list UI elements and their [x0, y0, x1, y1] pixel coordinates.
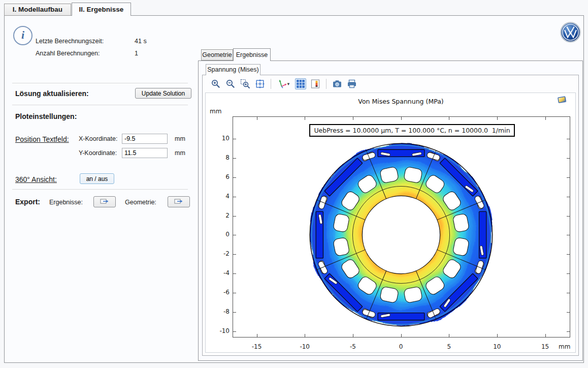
x-tick	[353, 117, 353, 120]
color-legend-icon	[310, 79, 320, 89]
plot-toolbar: ▼	[206, 77, 357, 91]
tab-modellaufbau[interactable]: I. Modellaufbau	[4, 4, 71, 16]
snapshot-button[interactable]	[332, 78, 343, 89]
zoom-out-button[interactable]	[225, 78, 236, 89]
app-window: I. Modellaufbau II. Ergebnisse i Letzte …	[0, 0, 588, 368]
y-tick-label: 4	[211, 193, 230, 200]
update-solution-button[interactable]: Update Solution	[135, 88, 191, 99]
y-coordinate-unit: mm	[175, 149, 185, 157]
y-tick-label: -2	[211, 250, 230, 257]
y-tick	[567, 312, 570, 313]
y-tick-label: 10	[211, 135, 230, 142]
camera-icon	[332, 79, 342, 89]
y-tick	[233, 216, 236, 217]
y-tick	[233, 177, 236, 178]
y-tick	[233, 331, 236, 332]
x-tick	[497, 117, 498, 120]
x-tick-label: 15	[538, 343, 553, 350]
vw-logo	[560, 22, 581, 43]
y-tick	[567, 158, 570, 159]
default-view-button[interactable]: ▼	[276, 78, 291, 89]
view-360-label: 360° Ansicht:	[15, 175, 57, 183]
y-tick	[567, 273, 570, 274]
last-computation-time-label: Letzte Berechnungszeit:	[36, 38, 104, 45]
zoom-box-button[interactable]	[240, 78, 251, 89]
x-tick	[545, 117, 546, 120]
zoom-out-icon	[225, 79, 236, 89]
zoom-in-button[interactable]	[210, 78, 221, 89]
divider	[12, 105, 188, 105]
y-tick	[233, 273, 236, 274]
export-icon	[174, 198, 183, 205]
y-tick	[233, 254, 236, 255]
x-tick	[257, 334, 257, 337]
export-icon	[100, 198, 109, 205]
x-tick	[305, 334, 305, 337]
y-coordinate-input[interactable]	[122, 148, 168, 158]
grid-toggle-button[interactable]	[295, 78, 306, 89]
y-axis-unit: mm	[210, 108, 221, 115]
tab-spannung-mises[interactable]: Spannung (Mises)	[206, 64, 260, 75]
export-geometry-button[interactable]	[168, 196, 190, 207]
export-geometry-label: Geometrie:	[125, 199, 156, 206]
x-tick	[353, 334, 353, 337]
x-tick	[305, 117, 305, 120]
y-tick	[233, 235, 236, 235]
x-tick	[401, 334, 402, 337]
y-coordinate-label: Y-Koordinate:	[79, 149, 117, 157]
toolbar-separator	[326, 79, 326, 89]
print-button[interactable]	[346, 78, 357, 89]
divider	[12, 83, 188, 83]
plot-annotation: UebPress = 10.0000 μm, T = 100.000 °C, n…	[309, 124, 515, 137]
y-tick	[567, 216, 570, 217]
y-tick	[567, 293, 570, 293]
tab-ergebnisse[interactable]: II. Ergebnisse	[72, 3, 131, 16]
plot-settings-heading: Ploteinstellungen:	[15, 112, 77, 120]
tab-ergebnisse-plot[interactable]: Ergebnisse	[233, 48, 271, 61]
view-360-toggle-button[interactable]: an / aus	[80, 173, 114, 184]
y-tick-label: -4	[211, 269, 230, 277]
x-coordinate-input[interactable]	[122, 134, 168, 144]
update-solution-heading: Lösung aktualisieren:	[15, 89, 89, 98]
tab-geometrie[interactable]: Geometrie	[201, 49, 233, 60]
x-tick	[449, 117, 449, 120]
grid-icon	[296, 79, 305, 88]
y-tick-label: -10	[211, 327, 230, 334]
printer-icon	[347, 79, 357, 89]
x-tick	[401, 117, 402, 120]
textfield-position-label: Position Textfeld:	[15, 135, 69, 143]
y-tick-label: -6	[211, 289, 230, 296]
y-tick	[567, 177, 570, 178]
x-tick-label: -15	[249, 343, 265, 350]
zoom-in-icon	[211, 79, 221, 89]
y-tick	[233, 197, 236, 197]
x-tick	[497, 334, 498, 337]
last-computation-time-value: 41 s	[135, 38, 147, 45]
zoom-extents-button[interactable]	[254, 78, 266, 89]
y-tick	[567, 139, 570, 139]
default-view-axes-icon	[277, 79, 287, 89]
export-results-button[interactable]	[93, 196, 116, 207]
y-tick	[233, 312, 236, 313]
plot-title: Von Mises Spannung (MPa)	[233, 98, 569, 105]
x-coordinate-label: X-Koordinate:	[79, 135, 117, 142]
rotor-stress-plot	[303, 137, 499, 333]
x-axis-unit: mm	[559, 343, 570, 350]
x-tick-label: -5	[345, 343, 361, 350]
vw-logo-icon	[560, 22, 581, 43]
y-tick	[567, 331, 570, 332]
x-tick	[449, 334, 449, 337]
x-tick-label: 5	[441, 343, 456, 350]
y-tick	[567, 254, 570, 255]
export-results-label: Ergebnisse:	[49, 199, 83, 206]
x-coordinate-unit: mm	[175, 135, 185, 142]
x-tick-label: 10	[489, 343, 505, 350]
color-legend-toggle-button[interactable]	[310, 78, 321, 89]
y-tick	[233, 158, 236, 159]
x-tick-label: 0	[394, 343, 409, 350]
y-tick-label: 0	[211, 231, 230, 238]
zoom-extents-icon	[255, 79, 265, 89]
computation-count-label: Anzahl Berechnungen:	[36, 50, 100, 57]
computation-count-value: 1	[135, 50, 138, 57]
graphics-canvas[interactable]: Von Mises Spannung (MPa) -15-10-50510151…	[205, 93, 576, 353]
